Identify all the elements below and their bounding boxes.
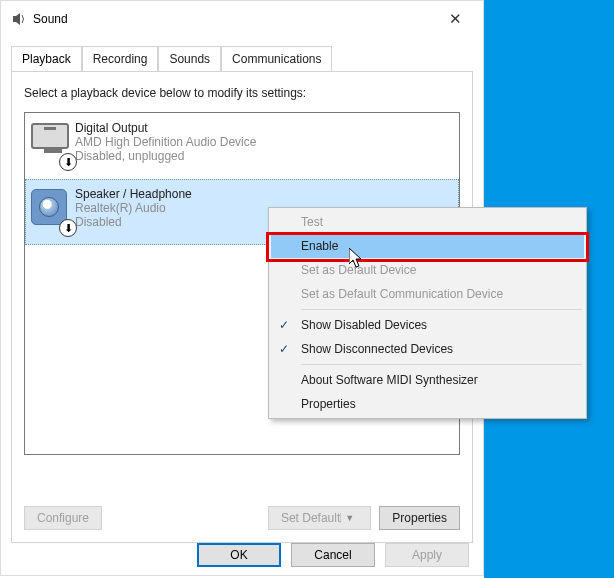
ctx-set-default-comm[interactable]: Set as Default Communication Device	[271, 282, 584, 306]
ctx-about-midi[interactable]: About Software MIDI Synthesizer	[271, 368, 584, 392]
ok-button[interactable]: OK	[197, 543, 281, 567]
titlebar: Sound ✕	[1, 1, 483, 36]
window-title: Sound	[33, 12, 68, 26]
close-button[interactable]: ✕	[435, 4, 475, 34]
down-arrow-badge-icon: ⬇	[59, 153, 77, 171]
apply-button[interactable]: Apply	[385, 543, 469, 567]
ctx-enable[interactable]: Enable	[271, 234, 584, 258]
cancel-button[interactable]: Cancel	[291, 543, 375, 567]
device-name: Speaker / Headphone	[75, 187, 192, 201]
properties-button[interactable]: Properties	[379, 506, 460, 530]
svg-marker-0	[13, 13, 20, 25]
ctx-separator	[301, 364, 582, 365]
speaker-icon: ⬇	[31, 187, 75, 235]
tab-sounds[interactable]: Sounds	[158, 46, 221, 71]
device-sub: AMD High Definition Audio Device	[75, 135, 256, 149]
ctx-properties[interactable]: Properties	[271, 392, 584, 416]
ctx-test[interactable]: Test	[271, 210, 584, 234]
tab-playback[interactable]: Playback	[11, 46, 82, 71]
sound-sysicon	[11, 11, 27, 27]
device-row[interactable]: ⬇ Digital Output AMD High Definition Aud…	[25, 113, 459, 179]
device-status: Disabled, unplugged	[75, 149, 256, 163]
tab-recording[interactable]: Recording	[82, 46, 159, 71]
set-default-button[interactable]: Set Default ▼	[268, 506, 371, 530]
set-default-label: Set Default	[281, 511, 340, 525]
monitor-icon: ⬇	[31, 121, 75, 169]
ctx-set-default[interactable]: Set as Default Device	[271, 258, 584, 282]
ctx-show-disconnected[interactable]: Show Disconnected Devices	[271, 337, 584, 361]
ctx-show-disabled[interactable]: Show Disabled Devices	[271, 313, 584, 337]
chevron-down-icon[interactable]: ▼	[340, 513, 358, 523]
configure-button[interactable]: Configure	[24, 506, 102, 530]
down-arrow-badge-icon: ⬇	[59, 219, 77, 237]
dialog-buttons: OK Cancel Apply	[197, 543, 469, 567]
instruction-text: Select a playback device below to modify…	[24, 86, 460, 100]
panel-buttons: Configure Set Default ▼ Properties	[24, 506, 460, 530]
context-menu: Test Enable Set as Default Device Set as…	[268, 207, 587, 419]
device-name: Digital Output	[75, 121, 256, 135]
tab-communications[interactable]: Communications	[221, 46, 332, 71]
device-status: Disabled	[75, 215, 192, 229]
device-sub: Realtek(R) Audio	[75, 201, 192, 215]
ctx-separator	[301, 309, 582, 310]
